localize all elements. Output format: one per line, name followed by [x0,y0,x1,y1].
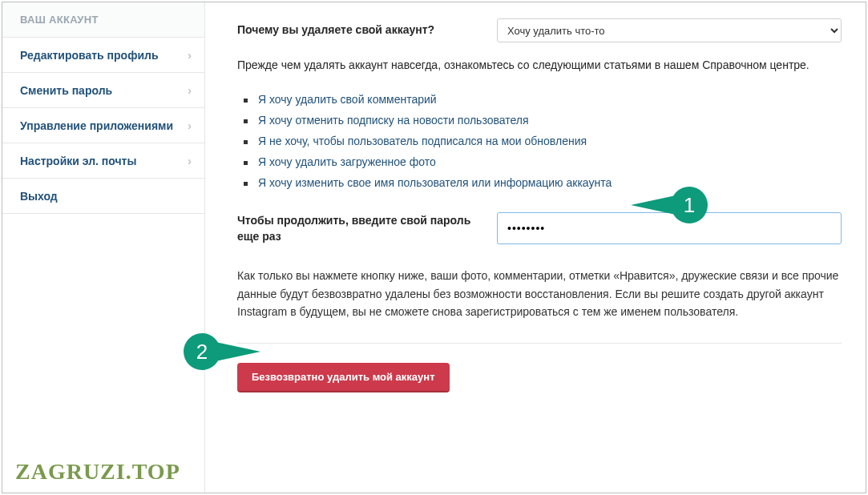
delete-account-button[interactable]: Безвозвратно удалить мой аккаунт [237,363,450,392]
divider [237,343,842,344]
sidebar-item-label: Выход [20,190,58,203]
chevron-right-icon: › [188,48,192,62]
sidebar-item-label: Настройки эл. почты [20,155,136,167]
help-link[interactable]: Я хочу отменить подписку на новости поль… [244,110,842,131]
sidebar: ВАШ АККАУНТ Редактировать профиль › Смен… [2,2,205,493]
chevron-right-icon: › [188,83,192,97]
reason-label: Почему вы удаляете свой аккаунт? [237,18,478,36]
chevron-right-icon: › [188,154,192,167]
sidebar-item-label: Управление приложениями [20,119,173,132]
reason-select[interactable]: Хочу удалить что-то [497,18,842,42]
help-link[interactable]: Я не хочу, чтобы пользователь подписался… [244,131,842,151]
warning-text: Как только вы нажмете кнопку ниже, ваши … [237,267,842,320]
sidebar-item-edit-profile[interactable]: Редактировать профиль › [2,38,204,73]
main-content: Почему вы удаляете свой аккаунт? Хочу уд… [205,2,866,493]
help-link[interactable]: Я хочу изменить свое имя пользователя ил… [244,172,842,193]
password-label: Чтобы продолжить, введите свой пароль ещ… [237,212,478,245]
intro-text: Прежде чем удалять аккаунт навсегда, озн… [237,57,842,74]
chevron-right-icon: › [188,119,192,132]
help-link[interactable]: Я хочу удалить загруженное фото [244,151,842,172]
sidebar-header: ВАШ АККАУНТ [2,2,204,38]
sidebar-item-label: Редактировать профиль [20,49,159,62]
help-links-list: Я хочу удалить свой комментарий Я хочу о… [244,89,842,193]
sidebar-item-email-settings[interactable]: Настройки эл. почты › [2,143,204,179]
password-input[interactable] [497,212,842,244]
sidebar-item-change-password[interactable]: Сменить пароль › [2,73,204,108]
help-link[interactable]: Я хочу удалить свой комментарий [244,89,842,110]
sidebar-item-logout[interactable]: Выход › [2,179,204,214]
watermark: ZAGRUZI.TOP [15,459,180,485]
sidebar-item-manage-apps[interactable]: Управление приложениями › [2,108,204,143]
sidebar-item-label: Сменить пароль [20,84,112,97]
